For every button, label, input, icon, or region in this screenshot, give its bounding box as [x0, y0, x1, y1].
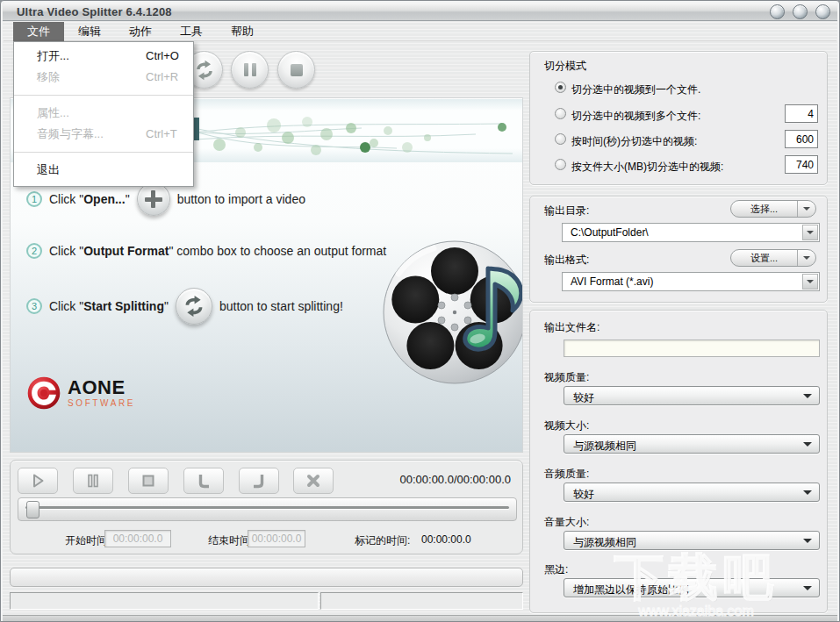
- time-row: 开始时间: 结束时间: 标记的时间: 00:00:00.0: [11, 528, 522, 551]
- status-bar-cell-1: [10, 592, 319, 610]
- mark-start-button[interactable]: [183, 468, 224, 494]
- player-panel: 00:00:00.0/00:00:00.0 开始时间: 结束时间: 标记的时间:…: [10, 460, 523, 554]
- file-count-input[interactable]: [785, 104, 818, 123]
- pause-button-small[interactable]: [73, 468, 113, 494]
- start-time-label: 开始时间:: [65, 533, 110, 548]
- split-mode-group: 切分模式 切分选中的视频到一个文件. 切分选中的视频到多个文件: 按时间(秒)分…: [529, 51, 828, 185]
- menu-tools[interactable]: 工具: [166, 22, 217, 41]
- minimize-icon[interactable]: [770, 4, 785, 19]
- window-controls: [770, 4, 830, 19]
- logo-title: AONE: [68, 378, 135, 397]
- menu-item-properties: 属性...: [14, 103, 193, 124]
- radio-label[interactable]: 切分选中的视频到多个文件:: [571, 109, 700, 124]
- choose-dir-button[interactable]: 选择...: [730, 200, 816, 218]
- radio-label[interactable]: 按时间(秒)分切选中的视频:: [571, 134, 697, 149]
- app-window: Ultra Video Splitter 6.4.1208 文件 编辑 动作 工…: [0, 0, 840, 622]
- progress-bar: [10, 568, 523, 587]
- output-group: 输出目录: 选择... C:\OutputFolder\ 输出格式: 设置...…: [529, 196, 828, 303]
- mark-end-icon: [250, 472, 268, 490]
- menu-item-open[interactable]: 打开...Ctrl+O: [14, 46, 193, 67]
- slider-thumb[interactable]: [26, 501, 39, 518]
- window-frame-bottom: [3, 615, 837, 621]
- end-time-label: 结束时间:: [208, 533, 253, 548]
- radio-label[interactable]: 按文件大小(MB)切分选中的视频:: [571, 160, 723, 175]
- menu-separator: [14, 152, 193, 153]
- mark-start-icon: [195, 472, 212, 490]
- pause-button[interactable]: [231, 51, 269, 89]
- stop-icon: [140, 472, 157, 490]
- menu-file[interactable]: 文件: [13, 22, 64, 41]
- group-title: 切分模式: [544, 59, 586, 74]
- close-icon[interactable]: [815, 4, 830, 19]
- title-bar: Ultra Video Splitter 6.4.1208: [3, 3, 837, 21]
- step-text: Click "Output Format" combo box to choos…: [49, 244, 386, 258]
- menu-item-exit[interactable]: 退出: [14, 160, 193, 181]
- seek-slider[interactable]: [18, 497, 517, 521]
- play-button[interactable]: [18, 468, 58, 494]
- start-time-input[interactable]: [104, 530, 171, 547]
- size-input[interactable]: [785, 155, 818, 174]
- menu-edit[interactable]: 编辑: [64, 22, 115, 41]
- combo-dropdown-button[interactable]: [802, 225, 818, 240]
- aone-logo-icon: [26, 375, 61, 411]
- video-size-label: 视频大小:: [544, 418, 589, 433]
- radio-one-file[interactable]: [555, 82, 566, 93]
- audio-quality-label: 音频质量:: [544, 467, 589, 482]
- settings-button[interactable]: 设置...: [730, 249, 816, 267]
- cycle-arrows-icon: [183, 295, 205, 318]
- clear-marks-button[interactable]: [293, 468, 334, 494]
- marked-time-value: 00:00:00.0: [421, 533, 471, 546]
- maximize-icon[interactable]: [793, 4, 808, 19]
- filename-input[interactable]: [564, 340, 820, 357]
- mark-end-button[interactable]: [239, 468, 279, 494]
- time-display: 00:00:00.0/00:00:00.0: [399, 473, 511, 486]
- output-format-label: 输出格式:: [544, 253, 589, 268]
- chevron-down-icon: [803, 490, 812, 499]
- pause-icon: [84, 472, 102, 490]
- menu-bar: 文件 编辑 动作 工具 帮助: [4, 22, 836, 41]
- black-edge-label: 黑边:: [544, 562, 568, 577]
- chevron-down-icon: [803, 586, 812, 595]
- radio-multi-files[interactable]: [555, 108, 566, 119]
- menu-separator: [14, 95, 193, 96]
- step-text: Click "Open...": [49, 192, 130, 206]
- black-edge-combo[interactable]: 增加黑边以保持原始比例: [564, 578, 820, 597]
- chevron-down-icon: [807, 231, 814, 238]
- radio-by-size[interactable]: [555, 159, 566, 170]
- end-time-input[interactable]: [248, 530, 305, 547]
- file-menu-dropdown: 打开...Ctrl+O 移除Ctrl+R 属性... 音频与字幕...Ctrl+…: [13, 41, 194, 187]
- split-button-illustration: [176, 288, 212, 325]
- film-reel-graphic: [381, 239, 523, 388]
- menu-item-remove: 移除Ctrl+R: [14, 67, 193, 88]
- step-text-tail: button to start splitting!: [219, 299, 343, 313]
- plus-icon: [145, 190, 162, 208]
- chevron-down-icon: [803, 539, 812, 547]
- output-format-combo[interactable]: AVI Format (*.avi): [562, 272, 820, 291]
- stop-button-small[interactable]: [128, 468, 169, 494]
- video-size-combo[interactable]: 与源视频相同: [564, 434, 820, 454]
- radio-by-time[interactable]: [555, 133, 566, 145]
- video-quality-combo[interactable]: 较好: [564, 386, 820, 405]
- status-bar-cell-2: [320, 592, 523, 610]
- instruction-step-2: 2 Click "Output Format" combo box to cho…: [26, 240, 386, 261]
- play-icon: [29, 472, 47, 490]
- menu-item-audio-subtitle: 音频与字幕...Ctrl+T: [14, 124, 193, 145]
- volume-combo[interactable]: 与源视频相同: [564, 531, 820, 550]
- slider-track[interactable]: [25, 506, 509, 509]
- settings-dropdown[interactable]: [797, 250, 815, 266]
- combo-dropdown-button[interactable]: [802, 274, 818, 290]
- video-quality-label: 视频质量:: [544, 370, 589, 385]
- window-title: Ultra Video Splitter 6.4.1208: [17, 5, 172, 18]
- menu-help[interactable]: 帮助: [217, 22, 268, 41]
- output-dir-combo[interactable]: C:\OutputFolder\: [562, 223, 820, 242]
- step-number-badge: 2: [26, 243, 42, 259]
- radio-label[interactable]: 切分选中的视频到一个文件.: [571, 82, 700, 97]
- pause-icon: [244, 63, 256, 76]
- volume-label: 音量大小:: [544, 515, 589, 530]
- stop-button[interactable]: [277, 51, 315, 89]
- choose-dir-dropdown[interactable]: [797, 201, 815, 217]
- menu-action[interactable]: 动作: [115, 22, 166, 41]
- chevron-down-icon: [803, 207, 810, 214]
- audio-quality-combo[interactable]: 较好: [564, 483, 820, 502]
- seconds-input[interactable]: [785, 130, 818, 148]
